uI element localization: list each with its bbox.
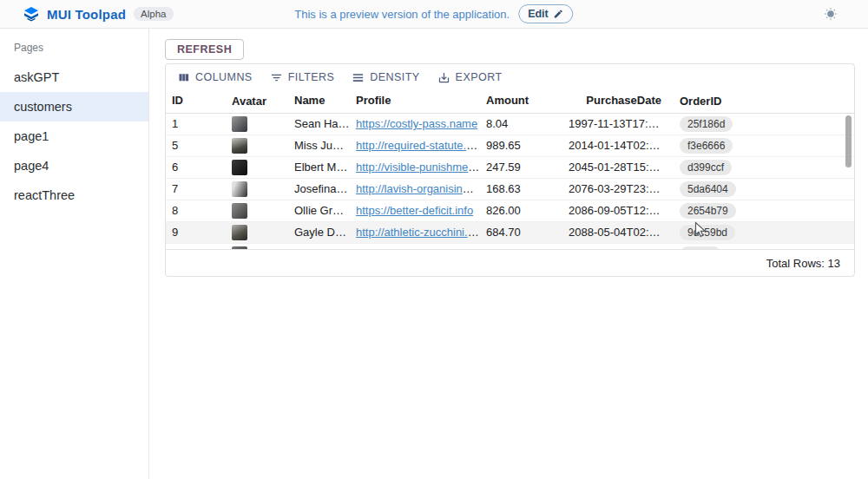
cell-purchase-date: 2076-03-29T23:51:07.968Z [569, 179, 670, 200]
vertical-scrollbar[interactable] [845, 115, 852, 167]
cell-amount: 826.00 [480, 200, 569, 221]
cell-purchase-date: 1997-11-13T17:24:11.769Z [569, 114, 670, 135]
cell-order-id: 2654b79 [670, 200, 854, 221]
download-icon [437, 71, 450, 84]
cell-name: Josefina P… [288, 179, 350, 200]
avatar [232, 116, 247, 132]
cell-purchase-date [569, 244, 670, 249]
cell-name: Gayle Den… [288, 222, 350, 243]
sidebar: Pages askGPT customers page1 page4 react… [0, 29, 149, 479]
avatar [232, 160, 247, 175]
alpha-badge: Alpha [134, 7, 173, 21]
cell-avatar [226, 114, 288, 135]
column-header-amount[interactable]: Amount [480, 90, 569, 113]
profile-link[interactable]: https://costly-pass.name [356, 117, 477, 130]
table-row[interactable]: 1 Sean Harris https://costly-pass.name 8… [166, 114, 854, 135]
profile-link[interactable]: http://visible-punishment.net [356, 161, 480, 174]
grid-rows-list: 1 Sean Harris https://costly-pass.name 8… [166, 114, 854, 249]
cell-profile: https://costly-pass.name [350, 114, 480, 135]
avatar [232, 203, 247, 219]
avatar [232, 246, 247, 249]
sun-icon [823, 11, 838, 24]
edit-button-label: Edit [528, 8, 549, 20]
cell-amount: 168.63 [480, 179, 569, 200]
cell-avatar [226, 200, 288, 221]
column-header-orderid[interactable]: OrderID [670, 90, 854, 113]
avatar [232, 225, 247, 240]
column-header-name[interactable]: Name [288, 90, 350, 113]
cell-id: 5 [166, 135, 226, 156]
sidebar-item-label: page4 [14, 159, 49, 173]
sidebar-item-page1[interactable]: page1 [0, 121, 148, 151]
cell-name: Ollie Green… [288, 200, 350, 221]
profile-link[interactable]: https://better-deficit.info [356, 204, 473, 217]
profile-link[interactable]: http://required-statute.org [356, 139, 480, 152]
refresh-button[interactable]: REFRESH [165, 39, 244, 60]
table-row[interactable]: 7 Josefina P… http://lavish-organising.n… [166, 179, 854, 200]
order-id-chip: 9dc59bd [680, 225, 735, 240]
cell-id: 9 [166, 222, 226, 243]
cell-order-id: f3e6666 [670, 135, 854, 156]
cell-amount: 247.59 [480, 157, 569, 178]
preview-message: This is a preview version of the applica… [294, 8, 510, 21]
sidebar-section-label: Pages [0, 36, 148, 62]
table-row[interactable]: 9 Gayle Den… http://athletic-zucchini.or… [166, 222, 854, 244]
cell-order-id: d399ccf [670, 157, 854, 178]
cell-name [288, 244, 350, 249]
avatar [232, 138, 247, 154]
cell-id: 7 [166, 179, 226, 200]
view-column-icon [177, 71, 190, 84]
sidebar-item-label: page1 [14, 129, 49, 143]
table-row[interactable]: 8 Ollie Green… https://better-deficit.in… [166, 200, 854, 222]
cell-profile: https://better-deficit.info [350, 200, 480, 221]
table-row[interactable]: 6 Elbert McL… http://visible-punishment.… [166, 157, 854, 179]
filters-button[interactable]: FILTERS [266, 68, 339, 88]
sidebar-item-reactthree[interactable]: reactThree [0, 180, 148, 210]
sidebar-item-page4[interactable]: page4 [0, 151, 148, 180]
cell-name: Miss Juan … [288, 135, 350, 156]
export-button[interactable]: EXPORT [433, 68, 507, 88]
cell-id [166, 244, 226, 249]
density-icon [352, 71, 365, 84]
profile-link[interactable]: http://lavish-organising.name [356, 182, 480, 195]
column-header-avatar[interactable]: Avatar [226, 90, 288, 113]
order-id-chip [680, 246, 721, 249]
order-id-chip: d399ccf [680, 160, 732, 175]
theme-toggle-button[interactable] [821, 4, 840, 23]
sidebar-item-askgpt[interactable]: askGPT [0, 62, 148, 92]
cell-avatar [226, 179, 288, 200]
toolpad-logo-icon [23, 7, 39, 22]
cell-amount: 989.65 [480, 135, 569, 156]
cell-avatar [226, 157, 288, 178]
column-header-purchasedate[interactable]: PurchaseDate [569, 90, 670, 113]
grid-toolbar: COLUMNS FILTERS DENSITY EXPORT [166, 64, 854, 90]
order-id-chip: 25f186d [680, 116, 733, 132]
cell-profile: http://athletic-zucchini.org [350, 222, 480, 243]
cell-avatar [226, 222, 288, 243]
cell-amount: 684.70 [480, 222, 569, 243]
cell-order-id: 9dc59bd [670, 222, 854, 243]
pencil-icon [554, 9, 564, 19]
cell-order-id [670, 244, 854, 249]
column-header-id[interactable]: ID [166, 90, 226, 113]
cell-order-id: 5da6404 [670, 179, 854, 200]
density-button[interactable]: DENSITY [347, 68, 424, 88]
columns-button[interactable]: COLUMNS [173, 68, 257, 88]
cell-purchase-date: 2086-09-05T12:37:27.015Z [569, 200, 670, 221]
cell-id: 8 [166, 200, 226, 221]
table-row[interactable] [166, 244, 854, 249]
table-row[interactable]: 5 Miss Juan … http://required-statute.or… [166, 135, 854, 157]
grid-header-row: ID Avatar Name Profile Amount PurchaseDa… [166, 90, 854, 114]
profile-link[interactable]: http://athletic-zucchini.org [356, 226, 480, 239]
cell-profile: http://required-statute.org [350, 135, 480, 156]
cell-amount: 8.04 [480, 114, 569, 135]
app-title: MUI Toolpad [47, 7, 126, 22]
filter-list-icon [270, 71, 283, 84]
app-header: MUI Toolpad Alpha This is a preview vers… [0, 0, 868, 29]
cell-profile [350, 244, 480, 249]
order-id-chip: 5da6404 [680, 181, 736, 197]
edit-button[interactable]: Edit [518, 4, 574, 23]
sidebar-item-customers[interactable]: customers [0, 92, 148, 121]
column-header-profile[interactable]: Profile [350, 90, 480, 113]
cell-name: Elbert McL… [288, 157, 350, 178]
